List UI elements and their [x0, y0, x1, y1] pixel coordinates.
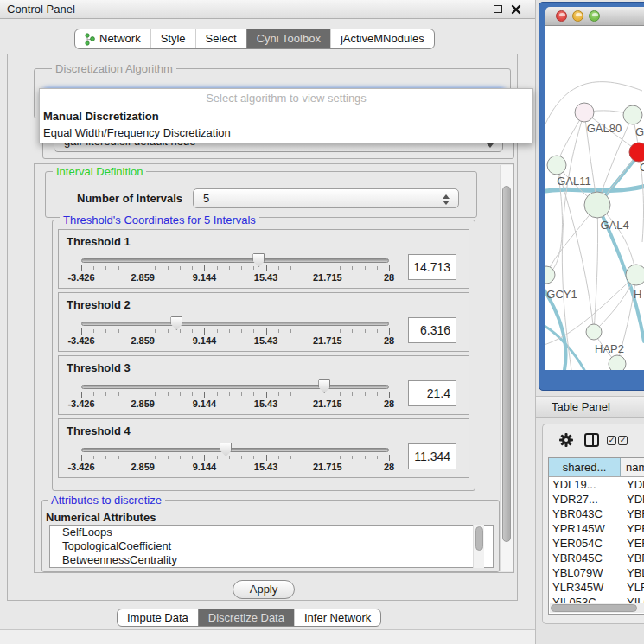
attributes-group-title: Attributes to discretize: [48, 494, 165, 507]
checkbox-icon[interactable]: ✓: [607, 436, 616, 445]
threshold-value-field[interactable]: 11.344: [408, 443, 456, 469]
list-item[interactable]: TopologicalCoefficient: [50, 539, 493, 553]
threshold-slider-row: Threshold 1-3.4262.8599.14415.4321.71528…: [58, 229, 469, 289]
column-header-shared-name[interactable]: shared...: [549, 458, 621, 476]
minimize-yellow-icon[interactable]: [572, 10, 583, 22]
numerical-attributes-list[interactable]: SelfLoopsTopologicalCoefficientBetweenne…: [49, 525, 494, 568]
thresholds-group-title: Threshold's Coordinates for 5 Intervals: [60, 214, 259, 226]
threshold-value-field[interactable]: 21.4: [408, 380, 456, 406]
number-of-intervals-combobox[interactable]: 5: [193, 188, 459, 208]
gear-icon[interactable]: [558, 432, 574, 448]
table-row[interactable]: YLR345W YLR345W: [549, 580, 644, 595]
table-row[interactable]: YDL19... YDL19: [549, 477, 644, 492]
threshold-slider[interactable]: -3.4262.8599.14415.4321.71528: [81, 322, 389, 346]
node-label: GAL11: [557, 175, 591, 188]
node-right[interactable]: [626, 265, 644, 285]
node-hap2[interactable]: [586, 324, 602, 340]
app-root: Control Panel Network Style Select Cyni …: [0, 0, 644, 644]
table-panel-header: Table Panel: [536, 396, 644, 418]
list-scrollbar[interactable]: [473, 525, 484, 568]
table-row[interactable]: YBR043C YBR043C: [549, 507, 644, 521]
tab-network[interactable]: Network: [75, 29, 150, 48]
node-label: GCY1: [546, 288, 577, 301]
tab-cyni-toolbox[interactable]: Cyni Toolbox: [246, 29, 330, 48]
threshold-label: Threshold 4: [67, 424, 131, 437]
close-red-icon[interactable]: [556, 10, 567, 22]
checkbox-icon[interactable]: ✓: [618, 436, 628, 445]
threshold-sliders: Threshold 1-3.4262.8599.14415.4321.71528…: [53, 229, 475, 478]
node-label: C: [640, 161, 644, 174]
threshold-value-field[interactable]: 14.713: [408, 254, 456, 280]
slider-track[interactable]: [81, 385, 389, 389]
threshold-label: Threshold 3: [67, 361, 131, 374]
slider-scale-labels: -3.4262.8599.14415.4321.71528: [81, 335, 389, 346]
threshold-slider[interactable]: -3.4262.8599.14415.4321.71528: [81, 258, 389, 283]
node-gal4[interactable]: [584, 192, 610, 218]
slider-scale-labels: -3.4262.8599.14415.4321.71528: [81, 272, 389, 283]
tab-discretize-data[interactable]: Discretize Data: [198, 609, 294, 626]
threshold-slider[interactable]: -3.4262.8599.14415.4321.71528: [81, 448, 389, 472]
slider-ticks: [81, 455, 389, 462]
tab-impute-data[interactable]: Impute Data: [118, 609, 198, 626]
node-bottom[interactable]: [609, 355, 626, 370]
threshold-slider-row: Threshold 2-3.4262.8599.14415.4321.71528…: [58, 292, 469, 352]
node-gal11[interactable]: [547, 156, 566, 175]
table-row[interactable]: YDR27... YDR27: [549, 492, 644, 507]
slider-track[interactable]: [81, 448, 389, 452]
list-scrollbar-thumb[interactable]: [475, 526, 483, 551]
node-red[interactable]: [629, 143, 644, 162]
settings-scroll-panel: Interval Definition Number of Intervals …: [34, 163, 514, 573]
threshold-value-field[interactable]: 6.316: [408, 317, 456, 343]
tab-style[interactable]: Style: [150, 29, 195, 48]
dropdown-hint-item[interactable]: Select algorithm to view settings: [40, 89, 532, 108]
threshold-slider-row: Threshold 4-3.4262.8599.14415.4321.71528…: [58, 418, 469, 478]
tab-jactivemnodules[interactable]: jActiveMNodules: [330, 29, 434, 48]
table-horizontal-scrollbar[interactable]: [550, 603, 644, 613]
table-header-row: shared... name: [549, 458, 644, 477]
tab-select[interactable]: Select: [195, 29, 246, 48]
float-window-icon[interactable]: [494, 5, 502, 13]
column-header-name[interactable]: name: [621, 458, 644, 476]
slider-track[interactable]: [81, 322, 389, 326]
slider-ticks: [81, 328, 389, 335]
node-gal80[interactable]: [575, 103, 594, 122]
network-view-window[interactable]: GAL80 GA C GAL11 GAL4 GCY1 H HAP2: [539, 2, 644, 391]
node-label: GAL4: [600, 219, 628, 232]
table-row[interactable]: YBL079W YBL079W: [549, 565, 644, 580]
settings-vertical-scrollbar[interactable]: [500, 165, 513, 571]
threshold-label: Threshold 2: [67, 298, 131, 311]
split-columns-icon[interactable]: [584, 433, 599, 447]
list-item[interactable]: SelfLoops: [50, 526, 493, 539]
slider-ticks: [81, 265, 389, 272]
table-row[interactable]: YER054C YER054C: [549, 536, 644, 551]
dropdown-option-manual[interactable]: Manual Discretization: [40, 108, 532, 124]
threshold-slider[interactable]: -3.4262.8599.14415.4321.71528: [81, 385, 389, 409]
network-canvas[interactable]: GAL80 GA C GAL11 GAL4 GCY1 H HAP2: [545, 26, 644, 370]
tab-infer-network[interactable]: Infer Network: [294, 609, 380, 626]
numerical-attributes-label: Numerical Attributes: [46, 511, 156, 524]
network-graph: GAL80 GA C GAL11 GAL4 GCY1 H HAP2: [545, 26, 644, 370]
node-label: GAL80: [587, 122, 622, 135]
slider-scale-labels: -3.4262.8599.14415.4321.71528: [81, 462, 389, 472]
table-row[interactable]: YPR145W YPR145W: [549, 521, 644, 536]
network-window-titlebar[interactable]: [545, 7, 644, 26]
threshold-label: Threshold 1: [67, 235, 131, 248]
table-scrollbar-thumb[interactable]: [551, 604, 637, 612]
number-of-intervals-label: Number of Intervals: [77, 192, 182, 205]
close-icon[interactable]: [511, 4, 521, 15]
node-top-right[interactable]: [623, 105, 642, 124]
settings-scrollbar-thumb[interactable]: [502, 186, 511, 542]
node-table: shared... name YDL19... YDL19 YDR27... Y…: [548, 457, 644, 615]
combo-stepper-icon: [443, 193, 450, 207]
table-panel-title: Table Panel: [552, 397, 610, 417]
slider-track[interactable]: [81, 258, 389, 263]
attributes-group: Attributes to discretize Numerical Attri…: [41, 500, 500, 572]
apply-button[interactable]: Apply: [233, 580, 295, 599]
table-rows: YDL19... YDL19 YDR27... YDR27 YBR043C YB…: [549, 477, 644, 605]
list-item[interactable]: BetweennessCentrality: [50, 553, 493, 567]
zoom-green-icon[interactable]: [589, 10, 600, 22]
dropdown-option-equal-width[interactable]: Equal Width/Frequency Discretization: [40, 124, 532, 141]
table-row[interactable]: YBR045C YBR045C: [549, 551, 644, 565]
table-toolbar: ✓ ✓: [543, 424, 644, 456]
slider-ticks: [81, 392, 389, 399]
